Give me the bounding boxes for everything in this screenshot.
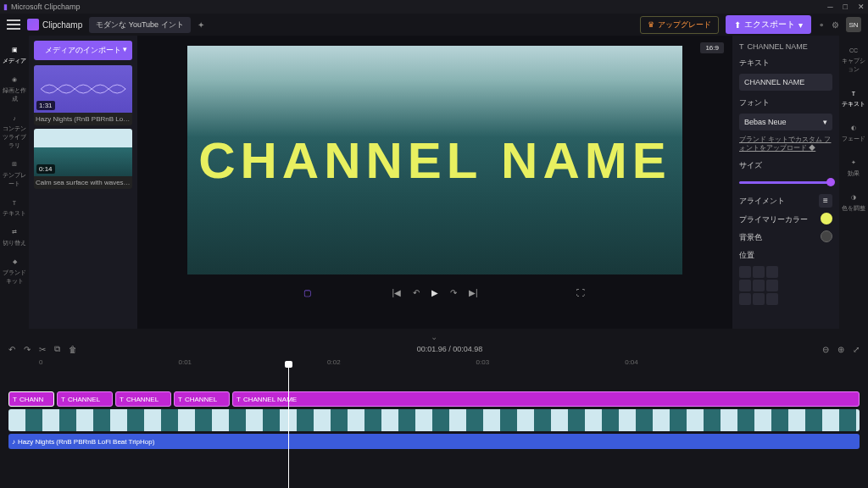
rrail-color[interactable]: ◑色を調整 [840,188,867,216]
zoom-in-icon[interactable]: ⊕ [837,345,844,354]
playhead[interactable] [288,363,289,488]
topbar: Clipchamp モダンな YouTube イント ✦ ♛ アップグレード ⬆… [0,14,868,36]
alignment-button[interactable]: ≡ [819,194,832,208]
rail-text[interactable]: Tテキスト [1,193,28,221]
window-minimize[interactable]: ─ [827,3,832,11]
rail-library[interactable]: ♪コンテンツライブラリ [1,108,28,153]
brand[interactable]: Clipchamp [27,19,82,30]
canvas-text-overlay[interactable]: CHANNEL NAME [198,131,671,190]
timeline-expand[interactable]: ⌄ [431,332,437,341]
text-input[interactable] [739,74,832,91]
text-clip[interactable]: T CHANNEL [174,391,230,407]
transport-bar: ▢ |◀ ↶ ▶ ↷ ▶| ⛶ [187,280,682,305]
settings-icon[interactable]: ⚙ [832,20,839,30]
timeline-ruler[interactable]: 00:010:020:030:04 [8,357,860,368]
rail-brandkit[interactable]: ◆ブランドキット [1,252,28,289]
media-panel: メディアのインポート▾ 1:31 Hazy Nights (RnB PBRnB … [29,36,137,329]
bg-color-label: 背景色 [739,232,762,243]
font-select[interactable]: Bebas Neue▾ [739,114,832,130]
duplicate-icon[interactable]: ⧉ [54,344,60,354]
timeline-tracks: T CHANN T CHANNEL T CHANNEL T CHANNEL T … [8,391,860,485]
share-icon[interactable]: ⚬ [818,20,825,30]
rail-record[interactable]: ◉録画と作成 [1,70,28,107]
rrail-fade[interactable]: ◐フェード [840,119,867,147]
export-button[interactable]: ⬆ エクスポート ▾ [726,15,811,34]
rail-templates[interactable]: ⊞テンプレート [1,155,28,191]
menu-icon[interactable] [7,19,20,30]
text-track[interactable]: T CHANN T CHANNEL T CHANNEL T CHANNEL T … [8,391,860,407]
play-icon[interactable]: ▶ [431,288,438,297]
import-media-button[interactable]: メディアのインポート▾ [34,41,132,60]
bg-color-swatch[interactable] [821,230,832,242]
video-clip[interactable] [8,409,860,431]
transport-tool[interactable]: ▢ [303,288,311,297]
text-clip[interactable]: T CHANN [8,391,54,407]
magic-icon[interactable]: ✦ [198,20,204,30]
rrail-text[interactable]: Tテキスト [840,84,867,112]
media-item-audio[interactable]: 1:31 Hazy Nights (RnB PBRnB LoFi Beat ..… [34,65,132,125]
prop-header: T CHANNEL NAME [739,42,832,51]
primary-color-swatch[interactable] [821,213,832,225]
audio-clip[interactable]: ♪ Hazy Nights (RnB PBRnB LoFi Beat TripH… [8,434,860,449]
skip-end-icon[interactable]: ▶| [469,288,478,297]
fullscreen-icon[interactable]: ⛶ [576,288,585,297]
zoom-fit-icon[interactable]: ⤢ [853,345,860,354]
text-label: テキスト [739,58,832,69]
audio-track[interactable]: ♪ Hazy Nights (RnB PBRnB LoFi Beat TripH… [8,434,860,449]
avatar[interactable]: SN [846,17,861,32]
position-grid[interactable] [739,266,832,305]
chevron-down-icon: ▾ [823,118,827,126]
position-label: 位置 [739,250,832,261]
zoom-out-icon[interactable]: ⊖ [822,345,829,354]
window-maximize[interactable]: □ [843,3,848,11]
aspect-ratio-button[interactable]: 16:9 [700,42,724,53]
split-icon[interactable]: ✂ [39,345,46,354]
app-title: ▮ Microsoft Clipchamp [3,3,827,11]
timeline: ⌄ ↶ ↷ ✂ ⧉ 🗑 00:01.96 / 00:04.98 ⊖ ⊕ ⤢ 00… [0,329,868,488]
size-slider[interactable] [739,181,832,184]
canvas-area: 16:9 CHANNEL NAME ▢ |◀ ↶ ▶ ↷ ▶| ⛶ [137,36,732,329]
font-label: フォント [739,97,832,108]
undo-icon[interactable]: ↶ [8,345,15,354]
text-clip[interactable]: T CHANNEL NAME [232,391,860,407]
skip-start-icon[interactable]: |◀ [392,288,401,297]
right-rail: CCキャプション Tテキスト ◐フェード ✦効果 ◑色を調整 [839,36,868,329]
size-label: サイズ [739,160,832,171]
rrail-effects[interactable]: ✦効果 [840,153,867,181]
brand-font-link[interactable]: ブランド キットでカスタム フォントをアップロード ◆ [739,136,832,153]
text-clip[interactable]: T CHANNEL [115,391,171,407]
titlebar: ▮ Microsoft Clipchamp ─ □ ✕ [0,0,868,14]
window-close[interactable]: ✕ [858,3,865,11]
text-clip[interactable]: T CHANNEL [57,391,113,407]
step-forward-icon[interactable]: ↷ [450,288,457,297]
preview-canvas[interactable]: CHANNEL NAME [187,46,682,274]
rail-transitions[interactable]: ⇄切り替え [1,223,28,251]
primary-color-label: プライマリーカラー [739,214,808,225]
properties-panel: T CHANNEL NAME テキスト フォント Bebas Neue▾ ブラン… [732,36,839,329]
align-label: アライメント [739,196,785,207]
project-name[interactable]: モダンな YouTube イント [89,17,190,33]
video-track[interactable] [8,409,860,431]
rail-media[interactable]: ▣メディア [1,41,28,69]
redo-icon[interactable]: ↷ [24,345,31,354]
timeline-time: 00:01.96 / 00:04.98 [417,345,483,353]
delete-icon[interactable]: 🗑 [69,345,77,354]
media-item-video[interactable]: 0:14 Calm sea surface with waves at sun.… [34,129,132,189]
timeline-toolbar: ↶ ↷ ✂ ⧉ 🗑 00:01.96 / 00:04.98 ⊖ ⊕ ⤢ [8,341,860,357]
left-rail: ▣メディア ◉録画と作成 ♪コンテンツライブラリ ⊞テンプレート Tテキスト ⇄… [0,36,29,329]
rrail-captions[interactable]: CCキャプション [840,41,867,77]
step-back-icon[interactable]: ↶ [413,288,420,297]
upgrade-button[interactable]: ♛ アップグレード [640,16,719,34]
